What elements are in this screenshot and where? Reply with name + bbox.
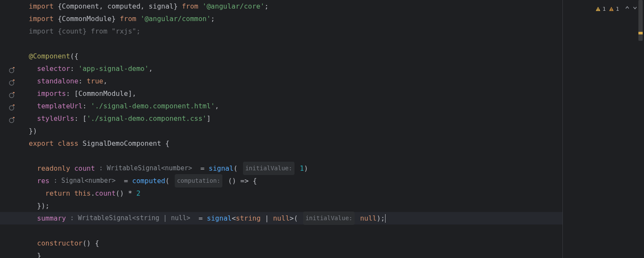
code-line[interactable]: return this.count() * 2 (29, 187, 562, 200)
code-line[interactable] (29, 150, 562, 162)
code-line[interactable]: } (29, 249, 562, 258)
inspection-widget[interactable]: 1 1 (595, 3, 638, 15)
code-line[interactable]: readonly count : WritableSignal<number> … (29, 162, 562, 175)
usage-hint-icon[interactable] (9, 115, 15, 122)
editor-divider (562, 0, 563, 258)
next-highlight-button[interactable] (632, 3, 638, 15)
code-line[interactable]: templateUrl: './signal-demo.component.ht… (29, 100, 562, 112)
inlay-hint-param: initialValue: (303, 212, 355, 225)
inlay-hint: : WritableSignal<number> (99, 162, 192, 175)
svg-rect-5 (598, 8, 598, 9)
warning-count: 1 (616, 3, 619, 15)
scrollbar-track[interactable] (638, 0, 643, 258)
prev-highlight-button[interactable] (624, 3, 630, 15)
scroll-marker-warning[interactable] (638, 32, 643, 34)
svg-point-1 (9, 80, 13, 85)
code-line[interactable]: @Component({ (29, 50, 562, 62)
inlay-hint: : WritableSignal<string | null> (70, 212, 190, 224)
svg-point-3 (9, 105, 13, 110)
usage-hint-icon[interactable] (9, 90, 15, 97)
code-line[interactable] (29, 37, 562, 50)
inlay-hint: : Signal<number> (54, 175, 116, 187)
inlay-hint-param: computation: (175, 174, 222, 187)
code-line[interactable]: }); (29, 200, 562, 212)
code-line[interactable]: }) (29, 125, 562, 137)
code-line[interactable]: constructor() { (29, 237, 562, 249)
editor-container: import {Component, computed, signal} fro… (0, 0, 644, 258)
code-line[interactable] (29, 224, 562, 237)
warning-count: 1 (602, 3, 606, 15)
code-line[interactable]: import {CommonModule} from '@angular/com… (29, 12, 562, 25)
svg-point-0 (9, 68, 13, 72)
svg-point-2 (9, 93, 13, 97)
code-line-active[interactable]: summary : WritableSignal<string | null> … (0, 212, 562, 224)
code-line[interactable]: export class SignalDemoComponent { (29, 137, 562, 150)
usage-hint-icon[interactable] (9, 65, 15, 72)
usage-hint-icon[interactable] (9, 78, 15, 85)
scrollbar-thumb[interactable] (638, 0, 643, 41)
svg-point-4 (9, 118, 13, 122)
warning-badge-weak[interactable]: 1 (595, 3, 606, 15)
svg-rect-8 (611, 10, 612, 10)
code-line[interactable]: imports: [CommonModule], (29, 87, 562, 100)
right-panel: 1 1 (562, 0, 644, 258)
code-area[interactable]: import {Component, computed, signal} fro… (24, 0, 562, 258)
code-line[interactable]: import {count} from "rxjs"; (29, 25, 562, 37)
code-line[interactable]: import {Component, computed, signal} fro… (29, 0, 562, 12)
code-line[interactable]: res : Signal<number> = computed( computa… (29, 175, 562, 187)
code-line[interactable]: selector: 'app-signal-demo', (29, 62, 562, 75)
svg-rect-6 (598, 10, 598, 10)
text-cursor (385, 214, 386, 223)
code-line[interactable]: styleUrls: ['./signal-demo.component.css… (29, 112, 562, 125)
svg-rect-7 (611, 8, 612, 9)
warning-badge-typo[interactable]: 1 (608, 3, 619, 15)
inlay-hint-param: initialValue: (243, 162, 295, 175)
usage-hint-icon[interactable] (9, 103, 15, 110)
code-line[interactable]: standalone: true, (29, 75, 562, 87)
